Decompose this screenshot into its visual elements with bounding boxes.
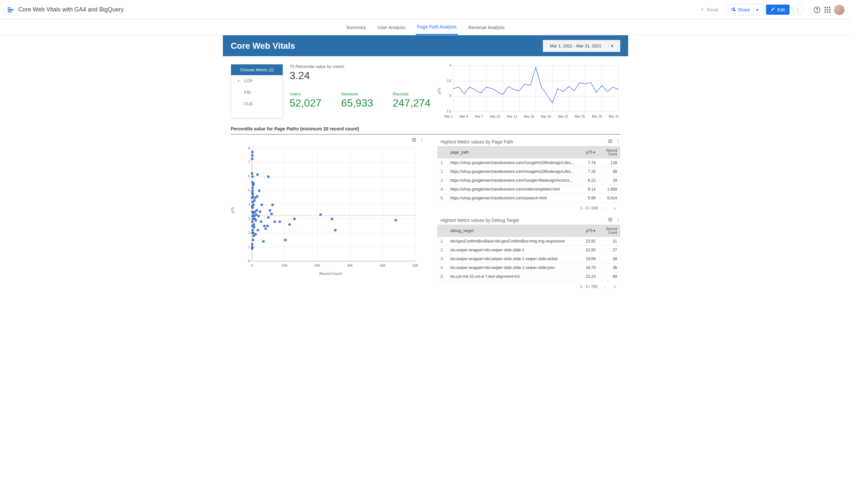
table-row[interactable]: 4. https://shop.googlemerchandisestore.c… — [437, 185, 620, 194]
svg-point-69 — [256, 173, 259, 176]
col-record-count[interactable]: RecordCount — [599, 224, 620, 237]
table-page-path-table[interactable]: page_path p75 ▾ RecordCount 1. https://s… — [437, 146, 620, 203]
share-button[interactable]: Share ▾ — [726, 4, 763, 15]
scatter-toolbar: ⋮ — [412, 137, 424, 143]
scatter-chart-svg[interactable]: 012345678010K20K30K40K50K — [237, 145, 424, 269]
table-row[interactable]: 5. https://shop.googlemerchandisestore.c… — [437, 194, 620, 203]
next-page-button[interactable]: › — [613, 205, 617, 211]
scorecard-users-label: Users — [290, 91, 322, 96]
col-page-path[interactable]: page_path — [447, 146, 578, 159]
tab-page-path-analysis[interactable]: Page Path Analysis — [416, 20, 458, 35]
svg-point-128 — [251, 175, 254, 178]
table-row[interactable]: 2. https://shop.googlemerchandisestore.c… — [437, 167, 620, 176]
metric-option-label: FID — [244, 90, 251, 95]
table-row[interactable]: 3. div.swiper-wrapper>div.swiper-slide.s… — [437, 255, 620, 264]
scorecard-p75-label: 75 Percentile value for metric — [290, 64, 344, 69]
svg-rect-7 — [829, 7, 830, 8]
edit-button[interactable]: Edit — [766, 4, 790, 15]
svg-rect-10 — [829, 9, 830, 11]
row-p75: 19.58 — [578, 255, 599, 264]
col-p75[interactable]: p75 ▾ — [578, 224, 599, 237]
check-icon: ✓ — [237, 78, 241, 83]
date-range-picker[interactable]: Mar 1, 2021 - Mar 31, 2021 ▾ — [543, 40, 620, 52]
page-tabs: SummaryUser AnalysisPage Path AnalysisRe… — [0, 20, 851, 35]
svg-text:0: 0 — [251, 264, 253, 267]
row-path: div.col-md-10.col-xl-7.text-alignment>h3 — [447, 272, 578, 281]
svg-point-97 — [331, 218, 333, 220]
row-p75: 7.74 — [578, 159, 599, 167]
svg-point-87 — [265, 228, 267, 230]
svg-point-94 — [288, 223, 291, 226]
scorecard-sessions-value: 65,933 — [341, 97, 373, 109]
next-page-button[interactable]: › — [613, 284, 617, 290]
metric-filter-header[interactable]: Choose Metric (1) — [231, 65, 283, 75]
svg-point-99 — [395, 219, 397, 221]
more-vert-icon[interactable]: ⋮ — [616, 139, 620, 145]
metric-option-lcp[interactable]: ✓LCP — [231, 75, 283, 87]
table-row[interactable]: 1. https://shop.googlemerchandisestore.c… — [437, 159, 620, 167]
scorecard-sessions: Sessions 65,933 — [341, 91, 373, 109]
col-record-count[interactable]: RecordCount — [599, 146, 620, 159]
row-p75: 23.92 — [578, 237, 599, 246]
svg-point-134 — [251, 181, 254, 184]
chevron-down-icon[interactable]: ▾ — [753, 7, 759, 13]
line-chart-y-label: p75 — [437, 88, 441, 94]
svg-point-103 — [251, 215, 254, 217]
user-avatar[interactable] — [834, 4, 845, 15]
row-path: https://shop.googlemerchandisestore.com/… — [447, 194, 578, 203]
metric-option-fid[interactable]: FID — [231, 87, 283, 98]
row-path: https://shop.googlemerchandisestore.com/… — [447, 159, 578, 167]
more-vert-icon[interactable]: ⋮ — [420, 137, 424, 143]
prev-page-button[interactable]: ‹ — [603, 205, 607, 211]
apps-grid-icon[interactable] — [823, 6, 831, 14]
pencil-icon — [771, 7, 775, 13]
tune-icon[interactable] — [608, 139, 613, 145]
tab-revenue-analysis[interactable]: Revenue Analysis — [467, 20, 506, 35]
row-count: 21 — [599, 237, 620, 246]
row-index: 1. — [437, 237, 447, 246]
svg-rect-1 — [7, 9, 13, 11]
help-button[interactable] — [813, 6, 821, 14]
svg-point-95 — [293, 218, 296, 220]
metric-option-cls[interactable]: CLS — [231, 98, 283, 109]
table-debug-target-table[interactable]: debug_target p75 ▾ RecordCount 1. div#ge… — [437, 224, 620, 281]
table-page-path: Highest Metric values by Page Path ⋮ pag… — [437, 139, 620, 211]
section-title-em: Page Paths — [274, 126, 299, 131]
svg-rect-12 — [827, 12, 828, 13]
tune-icon[interactable] — [608, 217, 613, 223]
svg-point-121 — [263, 224, 266, 227]
row-path: div.swiper-wrapper>div.swiper-slide.slid… — [447, 246, 578, 255]
share-label: Share — [738, 7, 750, 13]
tab-summary[interactable]: Summary — [345, 20, 367, 35]
col-p75[interactable]: p75 ▾ — [578, 146, 599, 159]
row-p75: 7.26 — [578, 167, 599, 176]
tune-icon[interactable] — [412, 137, 417, 143]
bottom-grid: ⋮ p75 012345678010K20K30K40K50K Record C… — [223, 135, 628, 293]
table-row[interactable]: 4. div.swiper-wrapper>div.swiper-slide.s… — [437, 264, 620, 272]
svg-point-68 — [251, 172, 253, 175]
table-row[interactable]: 2. div.swiper-wrapper>div.swiper-slide.s… — [437, 246, 620, 255]
row-p75: 6.14 — [578, 185, 599, 194]
table-row[interactable]: 1. div#geoConfirmBoxBack>div.geoConfirmB… — [437, 237, 620, 246]
svg-text:6: 6 — [248, 175, 250, 178]
table-page-path-footer: 1 - 5 / 336 ‹ › — [437, 203, 620, 211]
svg-point-132 — [251, 205, 254, 208]
row-count: 88 — [599, 167, 620, 176]
row-p75: 18.79 — [578, 264, 599, 272]
reset-button[interactable]: ↶ Reset — [696, 5, 723, 15]
table-row[interactable]: 3. https://shop.googlemerchandisestore.c… — [437, 176, 620, 185]
line-chart-svg[interactable]: 2.533.54 — [443, 64, 620, 113]
svg-point-124 — [251, 243, 254, 246]
prev-page-button[interactable]: ‹ — [603, 284, 607, 290]
more-vert-icon[interactable]: ⋮ — [616, 217, 620, 223]
svg-text:3.5: 3.5 — [447, 79, 451, 83]
col-debug-target[interactable]: debug_target — [447, 224, 578, 237]
row-count: 89 — [599, 272, 620, 281]
row-index: 2. — [437, 167, 447, 176]
tab-user-analysis[interactable]: User Analysis — [377, 20, 407, 35]
row-index: 4. — [437, 264, 447, 272]
table-row[interactable]: 5. div.col-md-10.col-xl-7.text-alignment… — [437, 272, 620, 281]
document-title[interactable]: Core Web Vitals with GA4 and BigQuery — [18, 6, 696, 13]
more-options-button[interactable]: ⋮ — [792, 4, 804, 16]
scatter-x-label: Record Count — [237, 272, 424, 275]
